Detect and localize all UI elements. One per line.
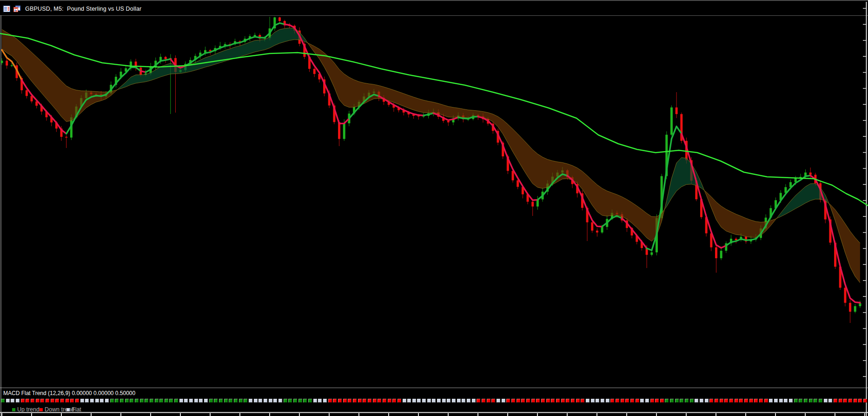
trend-dot [735, 399, 738, 403]
trend-dot [388, 399, 391, 403]
legend-swatch [66, 408, 70, 411]
trend-dot [799, 399, 802, 403]
trend-dot [254, 399, 258, 403]
trend-dot [506, 399, 510, 403]
trend-dot [675, 399, 679, 403]
trend-dot [769, 399, 773, 403]
trend-dot [40, 399, 44, 403]
trend-dot [442, 399, 446, 403]
trend-dot [234, 399, 238, 403]
trend-dot [318, 399, 322, 403]
trend-dot [576, 399, 580, 403]
trend-dot [601, 399, 604, 403]
trend-dot [437, 399, 441, 403]
legend-item-flat: Flat [66, 406, 81, 413]
indicator-legend: Up trend Down trend Flat [0, 406, 279, 413]
trend-dot [670, 399, 674, 403]
trend-dot [517, 399, 520, 403]
trend-dot [249, 399, 252, 403]
trend-dot [31, 399, 34, 403]
trend-dot [606, 399, 610, 403]
trend-dot [640, 399, 644, 403]
trend-dot [239, 399, 243, 403]
trend-dot [219, 399, 223, 403]
trend-dot [680, 399, 683, 403]
chart-titlebar[interactable]: GBPUSD, M5: Pound Sterling vs US Dollar [0, 2, 868, 15]
trend-dot [293, 399, 297, 403]
trend-dot [462, 399, 465, 403]
trend-dot [551, 399, 555, 403]
trend-dot [333, 399, 337, 403]
trend-dot [571, 399, 575, 403]
trend-dot [412, 399, 416, 403]
trend-dot [398, 399, 401, 403]
trend-dot [353, 399, 357, 403]
trend-dot [100, 399, 104, 403]
trend-dot [229, 399, 232, 403]
candles [1, 17, 861, 323]
trend-dot [378, 399, 381, 403]
trend-dot [625, 399, 629, 403]
trend-dot [447, 399, 451, 403]
trend-dot [348, 399, 351, 403]
trend-dot [784, 399, 788, 403]
trend-dot [843, 399, 847, 403]
trend-dot [273, 399, 277, 403]
trend-dot [140, 399, 144, 403]
trend-dot [174, 399, 178, 403]
trend-dot [487, 399, 490, 403]
trend-dot [358, 399, 362, 403]
trend-dot [135, 399, 139, 403]
trend-dot [729, 399, 733, 403]
trend-dot [457, 399, 461, 403]
market-watch-icon[interactable] [3, 6, 10, 12]
trend-dot [705, 399, 709, 403]
trend-dot [159, 399, 163, 403]
trend-dot [110, 399, 114, 403]
trend-dot [298, 399, 302, 403]
trend-dot [368, 399, 371, 403]
trend-dot [759, 399, 763, 403]
trend-dot [724, 399, 728, 403]
price-chart-canvas[interactable] [0, 1, 868, 416]
trend-dot [616, 399, 619, 403]
trend-dot [521, 399, 525, 403]
trend-dot [531, 399, 535, 403]
trend-dot [80, 399, 84, 403]
trend-dot [209, 399, 213, 403]
trend-dot [794, 399, 798, 403]
trend-dot [392, 399, 396, 403]
trend-dot [482, 399, 485, 403]
trend-dot [636, 399, 639, 403]
trend-dot [621, 399, 624, 403]
trend-dot [824, 399, 828, 403]
trend-dot [427, 399, 431, 403]
trend-dot [323, 399, 327, 403]
trend-dot [749, 399, 753, 403]
trend-dot [561, 399, 565, 403]
trend-dot [744, 399, 748, 403]
trend-dot [258, 399, 262, 403]
trend-dot [189, 399, 193, 403]
trend-dot [854, 399, 857, 403]
trend-dot [308, 399, 312, 403]
trend-dot [546, 399, 550, 403]
trend-dot [184, 399, 188, 403]
trend-dot [313, 399, 317, 403]
trend-dot [303, 399, 307, 403]
trend-dot [754, 399, 758, 403]
chart-window-icon[interactable] [13, 6, 20, 12]
trend-dot [204, 399, 208, 403]
trend-dot [630, 399, 634, 403]
trend-dot [709, 399, 713, 403]
trend-dot [819, 399, 822, 403]
trend-dot [6, 399, 10, 403]
trend-dot [373, 399, 377, 403]
trend-dot [541, 399, 545, 403]
trend-dot [814, 399, 817, 403]
trend-dot [739, 399, 743, 403]
trend-dot [655, 399, 659, 403]
trend-dot [417, 399, 421, 403]
trend-dot [224, 399, 228, 403]
trend-dot [863, 399, 867, 403]
